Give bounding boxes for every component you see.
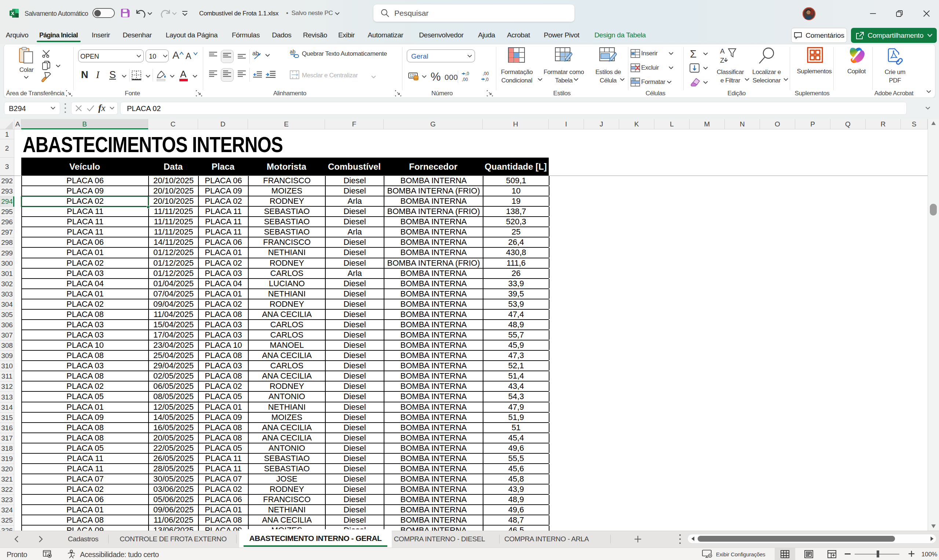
svg-text:Z: Z (720, 57, 725, 64)
svg-text:,00: ,00 (462, 77, 468, 82)
svg-text:,0: ,0 (466, 71, 469, 76)
svg-text:A: A (720, 47, 725, 55)
svg-text:ab: ab (290, 49, 296, 55)
